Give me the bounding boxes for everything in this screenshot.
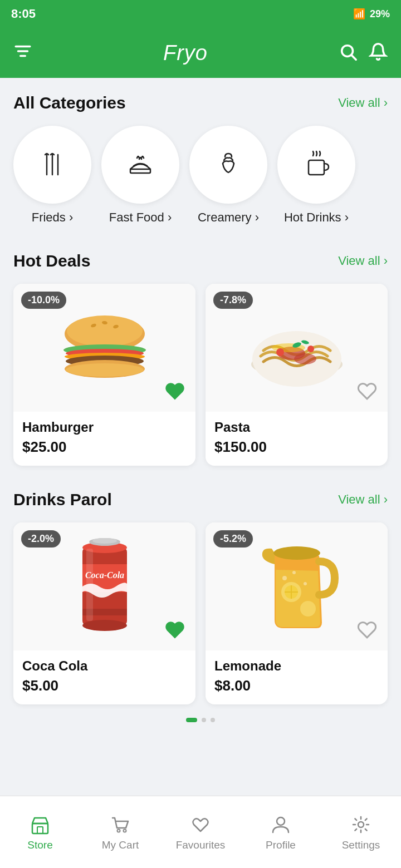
cola-price: $5.00: [22, 677, 187, 694]
scroll-dots: [0, 713, 401, 724]
pasta-discount: -7.8%: [213, 292, 253, 309]
cola-info: Coca Cola $5.00: [13, 650, 195, 704]
store-icon: [29, 813, 51, 836]
nav-item-settings[interactable]: Settings: [321, 813, 401, 851]
hotdeals-list: -10.0%: [0, 279, 401, 475]
category-hotdrinks[interactable]: Hot Drinks ›: [277, 126, 355, 225]
status-time: 8:05: [11, 7, 36, 21]
dot-3: [211, 718, 215, 722]
drinks-view-all[interactable]: View all ›: [338, 492, 388, 507]
nav-item-profile[interactable]: Profile: [241, 813, 321, 851]
hamburger-discount: -10.0%: [21, 292, 66, 309]
svg-point-53: [124, 829, 126, 832]
product-card-lemonade[interactable]: -5.2%: [206, 522, 388, 704]
drinks-header: Drinks Parol View all ›: [0, 475, 401, 518]
lemonade-price: $8.00: [214, 677, 379, 694]
svg-point-40: [288, 548, 306, 554]
cart-icon: [109, 813, 131, 836]
nav-item-favourites[interactable]: Favourites: [160, 813, 241, 851]
settings-icon: [350, 813, 372, 836]
hamburger-info: Hamburger $25.00: [13, 412, 195, 466]
header-actions: [339, 42, 388, 63]
bell-icon[interactable]: [369, 42, 388, 63]
hamburger-name: Hamburger: [22, 420, 187, 435]
battery-text: 29%: [370, 8, 390, 20]
status-icons: 📶 29%: [353, 8, 390, 20]
svg-point-55: [358, 822, 364, 827]
drinks-list: -2.0% Coca-Cola: [0, 518, 401, 713]
app-header: Fryo: [0, 28, 401, 78]
nav-item-cart[interactable]: My Cart: [80, 813, 160, 851]
category-fastfood-label: Fast Food ›: [109, 210, 172, 225]
hamburger-image: [49, 303, 160, 392]
pasta-info: Pasta $150.00: [206, 412, 388, 466]
search-icon[interactable]: [339, 42, 358, 63]
categories-view-all[interactable]: View all ›: [338, 96, 388, 110]
cola-image-container: -2.0% Coca-Cola: [13, 522, 195, 650]
pasta-favorite-btn[interactable]: [354, 378, 380, 404]
hamburger-image-container: -10.0%: [13, 284, 195, 412]
hotdeals-view-all[interactable]: View all ›: [338, 254, 388, 268]
category-fastfood-circle: [101, 126, 179, 204]
hamburger-favorite-btn[interactable]: [162, 378, 188, 404]
cola-image: Coca-Cola: [69, 531, 141, 642]
svg-rect-9: [309, 160, 324, 175]
svg-point-45: [300, 601, 316, 617]
lemonade-name: Lemonade: [214, 658, 379, 674]
nav-store-label: Store: [27, 839, 52, 851]
nav-cart-label: My Cart: [102, 839, 139, 851]
svg-point-27: [307, 346, 314, 352]
lemonade-image-container: -5.2%: [206, 522, 388, 650]
cola-discount: -2.0%: [21, 530, 61, 548]
cola-favorite-btn[interactable]: [162, 617, 188, 643]
categories-header: All Categories View all ›: [0, 78, 401, 121]
heart-icon: [189, 813, 212, 836]
category-creamery-circle: [189, 126, 267, 204]
lemonade-favorite-btn[interactable]: [354, 617, 380, 643]
main-content: All Categories View all › Frieds ›: [0, 78, 401, 797]
svg-point-24: [294, 353, 316, 364]
nav-profile-label: Profile: [266, 839, 296, 851]
svg-point-48: [292, 571, 296, 574]
category-creamery-label: Creamery ›: [198, 210, 259, 225]
svg-rect-49: [32, 823, 48, 834]
svg-rect-8: [130, 169, 150, 173]
svg-point-46: [282, 576, 287, 580]
filter-icon[interactable]: [13, 42, 32, 65]
category-frieds[interactable]: Frieds ›: [13, 126, 91, 225]
category-frieds-circle: [13, 126, 91, 204]
dot-1: [186, 718, 197, 722]
category-hotdrinks-circle: [277, 126, 355, 204]
product-card-hamburger[interactable]: -10.0%: [13, 284, 195, 466]
svg-point-20: [66, 363, 144, 377]
nav-item-store[interactable]: Store: [0, 813, 80, 851]
svg-rect-38: [86, 549, 93, 621]
drinks-title: Drinks Parol: [13, 490, 112, 509]
svg-point-52: [118, 829, 120, 832]
lemonade-discount: -5.2%: [213, 530, 253, 548]
status-bar: 8:05 📶 29%: [0, 0, 401, 28]
pasta-price: $150.00: [214, 438, 379, 456]
bottom-navigation: Store My Cart Favourites Profile Setting…: [0, 796, 401, 868]
hotdeals-title: Hot Deals: [13, 251, 90, 270]
category-fastfood[interactable]: Fast Food ›: [101, 126, 179, 225]
profile-icon: [270, 813, 292, 836]
nav-favourites-label: Favourites: [176, 839, 226, 851]
lemonade-info: Lemonade $8.00: [206, 650, 388, 704]
product-card-pasta[interactable]: -7.8%: [206, 284, 388, 466]
svg-point-11: [67, 315, 143, 347]
product-card-cola[interactable]: -2.0% Coca-Cola: [13, 522, 195, 704]
pasta-image-container: -7.8%: [206, 284, 388, 412]
network-icon: 📶: [353, 8, 365, 20]
categories-title: All Categories: [13, 93, 126, 112]
svg-point-34: [92, 538, 117, 544]
pasta-image: [241, 303, 353, 392]
dot-2: [202, 718, 206, 722]
svg-line-4: [351, 55, 356, 60]
category-creamery[interactable]: Creamery ›: [189, 126, 267, 225]
category-frieds-label: Frieds ›: [32, 210, 74, 225]
svg-point-32: [82, 620, 127, 631]
app-logo: Fryo: [163, 41, 208, 65]
svg-point-47: [304, 582, 307, 585]
lemonade-image: [252, 531, 341, 642]
